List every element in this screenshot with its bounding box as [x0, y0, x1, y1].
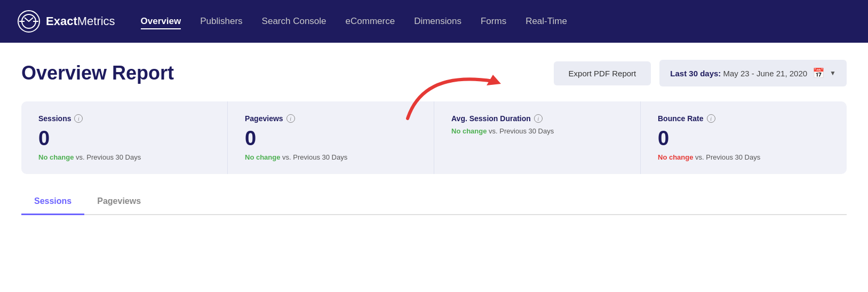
nav-item-dimensions[interactable]: Dimensions: [414, 16, 461, 27]
stats-card: Sessions i 0 No change vs. Previous 30 D…: [21, 101, 847, 174]
nav-item-realtime[interactable]: Real-Time: [525, 16, 567, 27]
nav-item-search-console[interactable]: Search Console: [262, 16, 327, 27]
sessions-change: No change vs. Previous 30 Days: [38, 153, 210, 161]
stat-avg-session: Avg. Session Duration i No change vs. Pr…: [434, 101, 641, 174]
navbar: ExactMetrics Overview Publishers Search …: [0, 0, 868, 43]
calendar-icon: 📅: [813, 67, 824, 79]
page-title: Overview Report: [21, 62, 174, 84]
tab-pageviews[interactable]: Pageviews: [84, 189, 154, 215]
svg-marker-4: [487, 75, 501, 85]
header-actions: Export PDF Report Last 30 days: May 23 -…: [554, 60, 847, 86]
sessions-value: 0: [38, 127, 210, 150]
nav-item-forms[interactable]: Forms: [481, 16, 506, 27]
date-range-button[interactable]: Last 30 days: May 23 - June 21, 2020 📅 ▼: [659, 60, 847, 86]
pageviews-value: 0: [245, 127, 417, 150]
bounce-rate-value: 0: [658, 127, 830, 150]
nav-item-publishers[interactable]: Publishers: [200, 16, 242, 27]
avg-session-info-icon[interactable]: i: [534, 114, 543, 123]
stat-sessions: Sessions i 0 No change vs. Previous 30 D…: [21, 101, 228, 174]
avg-session-change: No change vs. Previous 30 Days: [451, 127, 623, 135]
export-pdf-button[interactable]: Export PDF Report: [554, 61, 651, 85]
date-range-label: Last 30 days: May 23 - June 21, 2020: [670, 69, 807, 78]
main-content: Overview Report Export PDF Report Last 3…: [0, 43, 868, 292]
avg-session-label: Avg. Session Duration i: [451, 114, 623, 123]
nav-menu: Overview Publishers Search Console eComm…: [141, 16, 567, 27]
bounce-rate-label: Bounce Rate i: [658, 114, 830, 123]
nav-item-ecommerce[interactable]: eCommerce: [346, 16, 395, 27]
chevron-down-icon: ▼: [830, 69, 836, 77]
tab-sessions[interactable]: Sessions: [21, 189, 84, 215]
pageviews-info-icon[interactable]: i: [286, 114, 295, 123]
stat-pageviews: Pageviews i 0 No change vs. Previous 30 …: [228, 101, 434, 174]
sessions-info-icon[interactable]: i: [74, 114, 83, 123]
stat-bounce-rate: Bounce Rate i 0 No change vs. Previous 3…: [641, 101, 847, 174]
nav-item-overview[interactable]: Overview: [141, 16, 181, 27]
bounce-rate-info-icon[interactable]: i: [707, 114, 715, 123]
pageviews-change: No change vs. Previous 30 Days: [245, 153, 417, 161]
logo[interactable]: ExactMetrics: [17, 10, 115, 33]
header-row: Overview Report Export PDF Report Last 3…: [21, 60, 847, 86]
brand-name: ExactMetrics: [46, 14, 115, 28]
sessions-label: Sessions i: [38, 114, 210, 123]
bounce-rate-change: No change vs. Previous 30 Days: [658, 153, 830, 161]
tabs-row: Sessions Pageviews: [21, 189, 847, 215]
pageviews-label: Pageviews i: [245, 114, 417, 123]
logo-icon: [17, 10, 41, 33]
